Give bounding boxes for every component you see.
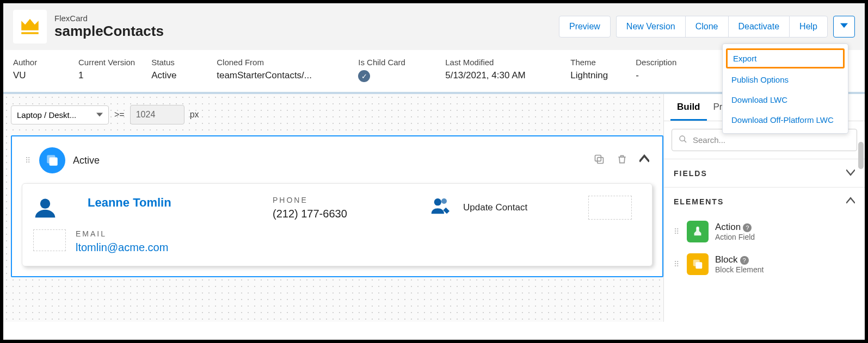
element-block[interactable]: ⠿ Block? Block Element xyxy=(664,248,865,280)
element-action-sub: Action Field xyxy=(715,233,755,241)
collapse-icon[interactable] xyxy=(639,154,649,167)
record-type: FlexCard xyxy=(54,14,164,23)
header-actions: Preview New Version Clone Deactivate Hel… xyxy=(559,16,855,38)
placeholder-slot[interactable] xyxy=(588,196,632,220)
meta-lastmodified-value: 5/13/2021, 4:30 AM xyxy=(445,70,554,81)
more-menu-dropdown: Export Publish Options Download LWC Down… xyxy=(722,43,848,134)
elements-section-header[interactable]: ELEMENTS xyxy=(664,188,865,215)
menu-item-download-off-platform[interactable]: Download Off-Platform LWC xyxy=(723,110,848,130)
operator-label: >= xyxy=(114,110,125,120)
page-title: sampleContacts xyxy=(54,23,164,40)
state-title: Active xyxy=(73,155,100,166)
meta-description: Description - xyxy=(636,58,685,82)
crown-icon xyxy=(19,14,41,39)
meta-ischild-label: Is Child Card xyxy=(358,58,429,67)
state-header: ⠿ Active xyxy=(17,142,657,179)
svg-point-8 xyxy=(697,228,699,230)
meta-status-value: Active xyxy=(151,70,200,81)
more-menu-button[interactable] xyxy=(833,16,855,38)
title-block: FlexCard sampleContacts xyxy=(54,14,164,40)
menu-item-publish-options[interactable]: Publish Options xyxy=(723,70,848,90)
meta-last-modified: Last Modified 5/13/2021, 4:30 AM xyxy=(445,58,554,82)
help-icon[interactable]: ? xyxy=(743,223,752,232)
width-input[interactable] xyxy=(130,105,184,124)
element-block-sub: Block Element xyxy=(715,265,764,274)
svg-point-5 xyxy=(434,198,441,205)
scrollbar-thumb[interactable] xyxy=(858,142,864,169)
meta-version-value: 1 xyxy=(78,70,135,81)
chevron-down-icon xyxy=(846,168,855,178)
update-contact-label: Update Contact xyxy=(463,202,527,213)
meta-clonedfrom-label: Cloned From xyxy=(217,58,342,67)
avatar-icon xyxy=(33,196,88,222)
svg-point-7 xyxy=(680,136,685,141)
help-button[interactable]: Help xyxy=(789,16,828,38)
menu-item-export[interactable]: Export xyxy=(726,48,845,68)
check-icon: ✓ xyxy=(358,70,370,82)
clone-button[interactable]: Clone xyxy=(685,16,728,38)
meta-version: Current Version 1 xyxy=(78,58,135,82)
meta-clonedfrom-value: teamStarterContacts/... xyxy=(217,70,342,81)
placeholder-slot[interactable] xyxy=(33,229,66,251)
search-placeholder: Search... xyxy=(693,135,725,145)
email-field: EMAIL ltomlin@acme.com xyxy=(76,229,168,254)
meta-author-value: VU xyxy=(13,70,62,81)
block-element-icon xyxy=(687,253,709,275)
help-icon[interactable]: ? xyxy=(740,256,749,265)
phone-field: PHONE (212) 177-6630 xyxy=(273,196,430,220)
device-select[interactable]: Laptop / Deskt... xyxy=(11,105,109,124)
meta-description-label: Description xyxy=(636,58,685,67)
meta-version-label: Current Version xyxy=(78,58,135,67)
people-edit-icon xyxy=(430,196,452,220)
drag-handle-icon[interactable]: ⠿ xyxy=(674,230,680,233)
clone-state-icon[interactable] xyxy=(594,154,605,167)
delete-state-icon[interactable] xyxy=(617,154,627,167)
new-version-button[interactable]: New Version xyxy=(616,16,685,38)
svg-point-6 xyxy=(441,198,447,204)
fields-section-label: FIELDS xyxy=(674,169,707,178)
element-action[interactable]: ⠿ Action? Action Field xyxy=(664,215,865,248)
contact-card[interactable]: Leanne Tomlin PHONE (212) 177-6630 Updat… xyxy=(22,183,652,266)
contact-name[interactable]: Leanne Tomlin xyxy=(88,196,273,210)
meta-theme-value: Lightning xyxy=(570,70,619,81)
email-label: EMAIL xyxy=(76,229,168,238)
drag-handle-icon[interactable]: ⠿ xyxy=(25,159,32,162)
drag-handle-icon[interactable]: ⠿ xyxy=(674,263,680,266)
meta-status: Status Active xyxy=(151,58,200,82)
caret-down-icon xyxy=(96,110,103,120)
meta-theme-label: Theme xyxy=(570,58,619,67)
meta-theme: Theme Lightning xyxy=(570,58,619,82)
search-icon xyxy=(679,135,687,145)
element-block-title: Block xyxy=(715,254,738,265)
meta-cloned-from: Cloned From teamStarterContacts/... xyxy=(217,58,342,82)
svg-rect-3 xyxy=(598,158,604,164)
elements-section-label: ELEMENTS xyxy=(674,197,724,206)
preview-button[interactable]: Preview xyxy=(559,16,611,38)
unit-label: px xyxy=(190,110,199,120)
device-select-label: Laptop / Deskt... xyxy=(17,110,76,120)
fields-section-header[interactable]: FIELDS xyxy=(664,159,865,187)
meta-is-child: Is Child Card ✓ xyxy=(358,58,429,82)
svg-rect-10 xyxy=(695,262,702,269)
flexcard-state[interactable]: ⠿ Active xyxy=(11,135,663,277)
update-contact-action[interactable]: Update Contact xyxy=(430,196,588,220)
phone-value: (212) 177-6630 xyxy=(273,208,430,220)
app-logo xyxy=(13,10,47,43)
meta-lastmodified-label: Last Modified xyxy=(445,58,554,67)
menu-item-download-lwc[interactable]: Download LWC xyxy=(723,90,848,110)
action-element-icon xyxy=(687,221,709,242)
svg-point-4 xyxy=(40,199,50,209)
breakpoint-toolbar: Laptop / Deskt... >= px xyxy=(11,105,663,124)
chevron-up-icon xyxy=(846,196,855,207)
element-action-title: Action xyxy=(715,222,741,232)
tab-build[interactable]: Build xyxy=(670,94,707,121)
phone-label: PHONE xyxy=(273,196,430,204)
meta-status-label: Status xyxy=(151,58,200,67)
svg-rect-2 xyxy=(595,155,601,161)
svg-rect-1 xyxy=(50,158,58,166)
deactivate-button[interactable]: Deactivate xyxy=(728,16,790,38)
canvas[interactable]: Laptop / Deskt... >= px ⠿ Active xyxy=(3,94,663,322)
email-value[interactable]: ltomlin@acme.com xyxy=(76,241,168,254)
state-icon xyxy=(39,147,65,173)
scrollbar[interactable] xyxy=(858,94,864,322)
